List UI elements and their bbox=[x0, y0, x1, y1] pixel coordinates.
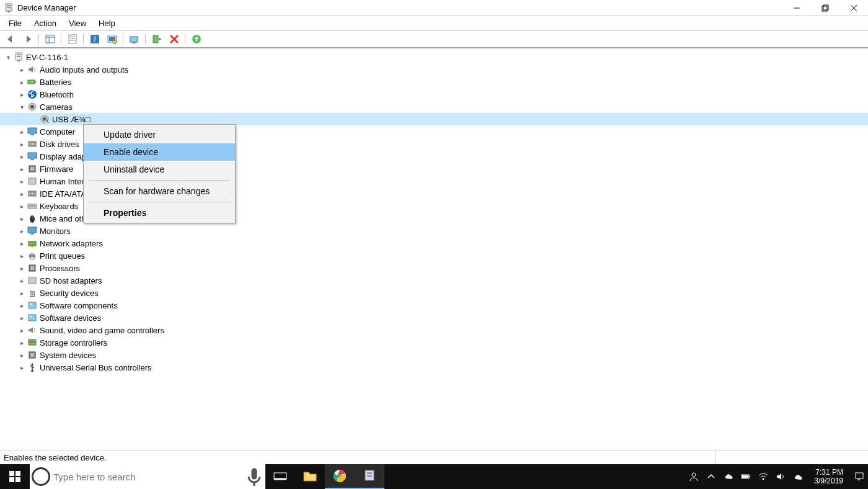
chevron-right-icon[interactable]: ▸ bbox=[17, 228, 26, 235]
ctx-scan-hardware[interactable]: Scan for hardware changes bbox=[84, 182, 235, 200]
tree-category[interactable]: ▸ Universal Serial Bus controllers bbox=[0, 361, 868, 374]
toolbar-separator bbox=[184, 32, 187, 47]
chevron-right-icon[interactable]: ▸ bbox=[17, 302, 26, 309]
tree-category[interactable]: ▸ Print queues bbox=[0, 249, 868, 262]
tree-category[interactable]: ▸ Monitors bbox=[0, 225, 868, 237]
menu-help[interactable]: Help bbox=[92, 17, 122, 29]
taskbar: 7:31 PM 3/9/2019 bbox=[0, 464, 868, 489]
tree-category[interactable]: ▸ Storage controllers bbox=[0, 336, 868, 349]
maximize-button[interactable] bbox=[811, 0, 839, 16]
chevron-right-icon[interactable]: ▸ bbox=[17, 66, 26, 73]
back-button[interactable] bbox=[2, 32, 19, 47]
svg-rect-46 bbox=[30, 167, 34, 171]
chevron-right-icon[interactable]: ▸ bbox=[17, 352, 26, 359]
svg-point-101 bbox=[763, 478, 764, 480]
chevron-right-icon[interactable]: ▸ bbox=[17, 253, 26, 259]
taskbar-clock[interactable]: 7:31 PM 3/9/2019 bbox=[809, 468, 848, 485]
tree-category[interactable]: ▸ Sound, video and game controllers bbox=[0, 324, 868, 336]
close-button[interactable] bbox=[839, 0, 868, 16]
forward-button[interactable] bbox=[20, 32, 36, 47]
add-legacy-hardware-button[interactable] bbox=[188, 32, 205, 47]
people-icon[interactable] bbox=[688, 470, 700, 483]
start-button[interactable] bbox=[0, 464, 30, 489]
chevron-right-icon[interactable]: ▸ bbox=[17, 364, 26, 371]
chevron-right-icon[interactable]: ▸ bbox=[17, 153, 26, 160]
taskbar-device-manager[interactable] bbox=[355, 464, 384, 489]
update-driver-button[interactable] bbox=[126, 32, 143, 47]
ctx-update-driver[interactable]: Update driver bbox=[84, 126, 235, 143]
tree-device[interactable]: USB Æ¾□ bbox=[0, 113, 868, 125]
minimize-button[interactable] bbox=[782, 0, 811, 16]
action-center-icon[interactable] bbox=[853, 470, 866, 483]
tree-category[interactable]: ▸ Bluetooth bbox=[0, 88, 868, 101]
cloud-icon[interactable] bbox=[792, 470, 804, 483]
tree-category[interactable]: ▸ Software devices bbox=[0, 312, 868, 324]
tree-category[interactable]: ▸ Audio inputs and outputs bbox=[0, 63, 868, 76]
scan-hardware-button[interactable] bbox=[104, 32, 120, 47]
tray-chevron-up-icon[interactable] bbox=[705, 470, 717, 483]
help-button[interactable]: ? bbox=[87, 32, 103, 47]
enable-device-button[interactable] bbox=[149, 32, 165, 47]
tree-category[interactable]: ▸ Security devices bbox=[0, 287, 868, 299]
tree-category[interactable]: ▸ SD host adapters bbox=[0, 274, 868, 287]
wifi-icon[interactable] bbox=[757, 470, 769, 483]
menu-action[interactable]: Action bbox=[28, 17, 63, 29]
tree-category[interactable]: ▾ Cameras bbox=[0, 101, 868, 113]
chevron-right-icon[interactable]: ▸ bbox=[17, 91, 26, 98]
chevron-right-icon[interactable]: ▸ bbox=[17, 339, 26, 346]
uninstall-device-button[interactable] bbox=[166, 32, 182, 47]
chevron-right-icon[interactable]: ▸ bbox=[17, 128, 26, 135]
chevron-right-icon[interactable]: ▸ bbox=[17, 191, 26, 197]
menu-view[interactable]: View bbox=[63, 17, 92, 29]
menu-file[interactable]: File bbox=[2, 17, 28, 29]
svg-rect-58 bbox=[30, 246, 30, 247]
tree-category-label: Sound, video and game controllers bbox=[40, 326, 164, 335]
statusbar: Enables the selected device. bbox=[0, 451, 868, 464]
battery-icon[interactable] bbox=[740, 470, 752, 483]
chevron-right-icon[interactable]: ▸ bbox=[17, 166, 26, 173]
system-tray: 7:31 PM 3/9/2019 bbox=[685, 464, 868, 489]
chevron-right-icon[interactable]: ▸ bbox=[17, 277, 26, 284]
tree-category[interactable]: ▸ Software components bbox=[0, 299, 868, 312]
chevron-down-icon[interactable]: ▾ bbox=[4, 54, 12, 61]
chevron-right-icon[interactable]: ▸ bbox=[17, 290, 26, 297]
category-icon bbox=[27, 338, 37, 348]
tree-category[interactable]: ▸ Network adapters bbox=[0, 237, 868, 249]
chevron-right-icon[interactable]: ▸ bbox=[17, 79, 26, 86]
tree-category[interactable]: ▸ System devices bbox=[0, 349, 868, 361]
taskbar-search[interactable] bbox=[30, 464, 265, 489]
svg-rect-71 bbox=[30, 303, 32, 305]
tree-category[interactable]: ▸ Batteries bbox=[0, 76, 868, 88]
chevron-right-icon[interactable]: ▸ bbox=[17, 265, 26, 272]
chevron-right-icon[interactable]: ▸ bbox=[17, 327, 26, 334]
category-icon bbox=[27, 288, 37, 298]
taskbar-file-explorer[interactable] bbox=[295, 464, 325, 489]
category-icon bbox=[27, 251, 37, 261]
chevron-right-icon[interactable]: ▸ bbox=[17, 141, 26, 148]
volume-icon[interactable] bbox=[774, 470, 787, 483]
taskbar-chrome[interactable] bbox=[325, 464, 355, 489]
device-tree-pane[interactable]: ▾ EV-C-116-1 ▸ Audio inputs and outputs … bbox=[0, 48, 868, 451]
properties-button[interactable] bbox=[64, 32, 81, 47]
taskbar-search-input[interactable] bbox=[52, 471, 243, 483]
ctx-uninstall-device[interactable]: Uninstall device bbox=[84, 161, 235, 178]
svg-rect-63 bbox=[30, 257, 34, 259]
category-icon bbox=[27, 300, 37, 310]
ctx-properties[interactable]: Properties bbox=[84, 204, 235, 222]
svg-rect-55 bbox=[28, 227, 37, 233]
chevron-right-icon[interactable]: ▸ bbox=[17, 315, 26, 321]
chevron-right-icon[interactable]: ▸ bbox=[17, 178, 26, 185]
ctx-enable-device[interactable]: Enable device bbox=[84, 143, 235, 161]
svg-point-87 bbox=[33, 469, 50, 485]
onedrive-icon[interactable] bbox=[722, 470, 735, 483]
chevron-right-icon[interactable]: ▸ bbox=[17, 215, 26, 222]
mic-icon[interactable] bbox=[243, 465, 265, 488]
chevron-right-icon[interactable]: ▸ bbox=[17, 203, 26, 210]
tree-root[interactable]: ▾ EV-C-116-1 bbox=[0, 51, 868, 63]
show-hide-tree-button[interactable] bbox=[42, 32, 58, 47]
device-manager-icon bbox=[4, 3, 14, 13]
chevron-down-icon[interactable]: ▾ bbox=[17, 104, 26, 110]
tree-category[interactable]: ▸ Processors bbox=[0, 262, 868, 274]
chevron-right-icon[interactable]: ▸ bbox=[17, 240, 26, 247]
task-view-button[interactable] bbox=[265, 464, 295, 489]
